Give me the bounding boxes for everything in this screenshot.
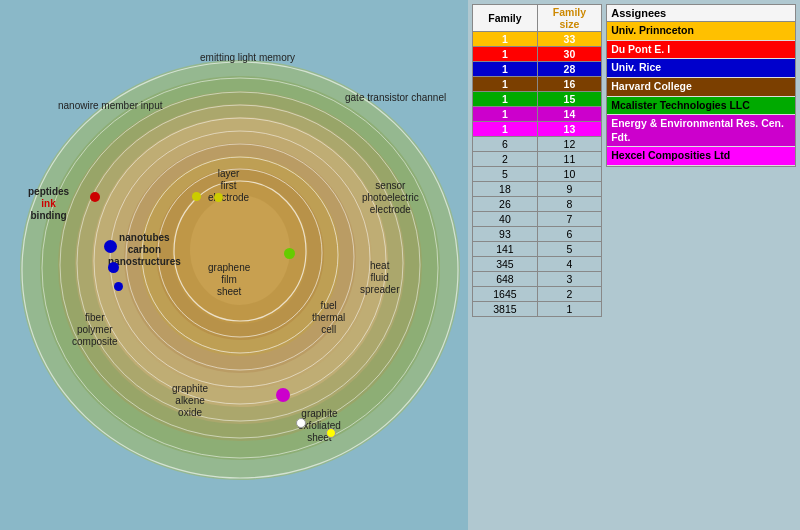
family-cell-3: 1 bbox=[473, 77, 538, 92]
family-cell-2: 1 bbox=[473, 62, 538, 77]
assignees-list: Univ. PrinncetonDu Pont E. IUniv. RiceHa… bbox=[607, 22, 795, 166]
assignee-item-1: Du Pont E. I bbox=[607, 41, 795, 60]
family-table: Family Familysize 1331301281161151141136… bbox=[472, 4, 602, 317]
size-cell-1: 30 bbox=[537, 47, 602, 62]
size-cell-6: 13 bbox=[537, 122, 602, 137]
family-cell-6: 1 bbox=[473, 122, 538, 137]
col-size-header: Familysize bbox=[537, 5, 602, 32]
family-cell-17: 1645 bbox=[473, 287, 538, 302]
col-family-header: Family bbox=[473, 5, 538, 32]
family-cell-9: 5 bbox=[473, 167, 538, 182]
assignee-item-0: Univ. Prinnceton bbox=[607, 22, 795, 41]
assignees-panel: Assignees Univ. PrinncetonDu Pont E. IUn… bbox=[606, 4, 796, 167]
family-cell-18: 3815 bbox=[473, 302, 538, 317]
family-cell-7: 6 bbox=[473, 137, 538, 152]
size-cell-3: 16 bbox=[537, 77, 602, 92]
size-cell-10: 9 bbox=[537, 182, 602, 197]
assignees-header: Assignees bbox=[607, 5, 795, 22]
svg-point-11 bbox=[190, 195, 290, 305]
size-cell-5: 14 bbox=[537, 107, 602, 122]
assignee-item-6: Hexcel Composities Ltd bbox=[607, 147, 795, 166]
size-cell-16: 3 bbox=[537, 272, 602, 287]
size-cell-9: 10 bbox=[537, 167, 602, 182]
family-cell-13: 93 bbox=[473, 227, 538, 242]
size-cell-8: 11 bbox=[537, 152, 602, 167]
family-cell-11: 26 bbox=[473, 197, 538, 212]
map-area: emitting light memory nanowire member in… bbox=[0, 0, 468, 530]
assignee-item-5: Energy & Environmental Res. Cen. Fdt. bbox=[607, 115, 795, 147]
size-cell-13: 6 bbox=[537, 227, 602, 242]
assignee-item-2: Univ. Rice bbox=[607, 59, 795, 78]
size-cell-17: 2 bbox=[537, 287, 602, 302]
family-cell-0: 1 bbox=[473, 32, 538, 47]
family-cell-1: 1 bbox=[473, 47, 538, 62]
size-cell-18: 1 bbox=[537, 302, 602, 317]
size-cell-2: 28 bbox=[537, 62, 602, 77]
family-cell-16: 648 bbox=[473, 272, 538, 287]
family-cell-5: 1 bbox=[473, 107, 538, 122]
size-cell-14: 5 bbox=[537, 242, 602, 257]
family-cell-14: 141 bbox=[473, 242, 538, 257]
size-cell-0: 33 bbox=[537, 32, 602, 47]
assignee-item-4: Mcalister Technologies LLC bbox=[607, 97, 795, 116]
family-cell-8: 2 bbox=[473, 152, 538, 167]
family-cell-12: 40 bbox=[473, 212, 538, 227]
size-cell-15: 4 bbox=[537, 257, 602, 272]
family-cell-15: 345 bbox=[473, 257, 538, 272]
family-cell-4: 1 bbox=[473, 92, 538, 107]
assignee-item-3: Harvard College bbox=[607, 78, 795, 97]
family-cell-10: 18 bbox=[473, 182, 538, 197]
size-cell-4: 15 bbox=[537, 92, 602, 107]
family-table-container: Family Familysize 1331301281161151141136… bbox=[472, 4, 602, 317]
size-cell-7: 12 bbox=[537, 137, 602, 152]
size-cell-12: 7 bbox=[537, 212, 602, 227]
size-cell-11: 8 bbox=[537, 197, 602, 212]
right-panels: Family Familysize 1331301281161151141136… bbox=[468, 0, 800, 530]
